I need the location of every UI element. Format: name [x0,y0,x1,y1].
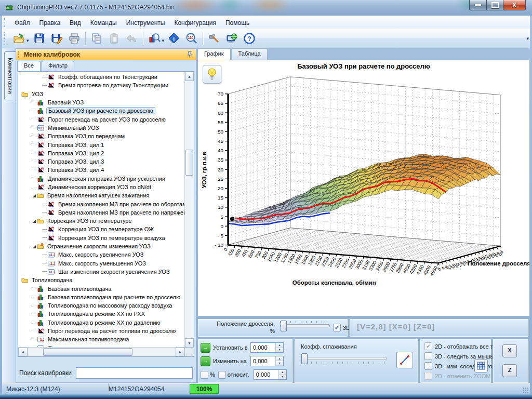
mode-checkbox[interactable]: ✔ [424,352,432,360]
tree-item[interactable]: Порог перехода на расчет УОЗ по дросселю [18,115,185,123]
slider-thumb[interactable] [301,353,308,364]
minimize-button[interactable] [469,0,487,10]
tree-vertical-scrollbar[interactable]: ▲ ▼ [184,72,194,348]
line-edit-button[interactable] [396,352,413,368]
toolbar-overflow-icon[interactable]: ▾ [526,36,529,41]
spin-down-icon[interactable]: ▼ [276,361,283,366]
scroll-right-icon[interactable]: ► [176,348,185,356]
tab-graph[interactable]: График [197,48,231,60]
tree-item[interactable]: =1.2Шаг изменения скорости увеличения УО… [18,268,185,276]
paste-button[interactable] [106,31,123,46]
close-button[interactable]: X [503,0,526,10]
view-charts-button[interactable] [146,31,163,46]
tree-item[interactable]: Топливоподача [18,276,185,284]
tree-item[interactable]: ◢Коррекция УОЗ по температуре [18,217,185,225]
tree-item[interactable]: Поправка УОЗ по передачам [18,132,185,140]
tree-item[interactable]: =1.2Минимальный УОЗ [18,124,185,132]
tree-item[interactable]: Топливоподача в режиме ХХ по РХХ [18,310,185,318]
info-button[interactable]: i [166,31,182,46]
tree-item[interactable]: Поправка УОЗ, цил.4 [18,166,185,174]
pin-icon[interactable] [187,51,193,58]
menu-item-2[interactable]: Правка [35,18,65,28]
tree-item[interactable]: =1.2Макс. скорость уменьшения УОЗ [18,259,185,268]
search-input[interactable] [76,367,193,379]
smoothing-slider[interactable] [301,356,387,364]
tree-item[interactable]: Топливоподача по массовому расходу возду… [18,301,185,310]
undo-button[interactable] [124,31,140,46]
scroll-left-icon[interactable]: ◄ [18,348,28,356]
apply-change-button[interactable]: → [201,356,210,366]
panel-grip[interactable] [18,51,22,58]
spin-up-icon[interactable]: ▲ [276,356,283,361]
tab-table[interactable]: Таблица [232,48,268,60]
hint-button[interactable] [203,65,221,84]
tree-item[interactable]: Динамическая коррекция УОЗ по dN/dt [18,183,185,191]
tab-filter[interactable]: Фильтр [42,61,74,71]
mode-checkbox-row[interactable]: ✔2D - отменить ZOOM [424,372,490,380]
comments-tab[interactable]: Комментарии [4,51,16,100]
menu-item-1[interactable]: Файл [10,18,35,28]
tree-item[interactable]: Коррекция УОЗ по температуре ОЖ [18,225,185,233]
menu-item-5[interactable]: Инструменты [122,18,170,28]
tree-item[interactable]: =1.2Макс. скорость увеличения УОЗ [18,250,185,259]
tree-expand-icon[interactable]: ◢ [32,219,37,223]
relative-value-spinner[interactable]: 0,000 ▲▼ [254,369,287,380]
checkbox-relative[interactable]: ✔ [218,371,226,379]
print-button[interactable] [66,31,83,46]
x-axis-button[interactable]: X [502,344,517,357]
tree-expand-icon[interactable]: ◢ [32,244,37,249]
mode-checkbox[interactable]: ✔ [424,372,432,380]
tree-item[interactable]: Время накопления МЗ при расчете по оборо… [18,200,185,208]
scroll-up-icon[interactable]: ▲ [185,72,194,81]
zoom-percent-button[interactable]: 110 [183,31,200,46]
tree-item[interactable]: Базовая топливоподача [18,284,185,292]
tree-item[interactable]: ◢Ограничение скорости изменения УОЗ [18,242,185,250]
menubar-grip[interactable] [4,18,8,28]
tree-item[interactable]: Базовая топливоподача при расчете по дро… [18,293,185,301]
tree-item[interactable]: Порог перехода на расчет топлива по дрос… [18,327,185,335]
mode-checkbox[interactable]: ✔ [424,362,432,370]
tree-item[interactable]: Топливоподача в режиме ХХ по давлению [18,318,185,327]
apply-set-button[interactable]: → [201,343,210,353]
throttle-slider[interactable] [280,321,330,327]
spin-down-icon[interactable]: ▼ [276,348,283,352]
tree-expand-icon[interactable]: ◢ [32,193,37,198]
menu-item-7[interactable]: Помощь [221,18,254,28]
tree-item[interactable]: Поправка УОЗ, цил.1 [18,140,185,149]
tree-item[interactable]: Поправка УОЗ, цил.2 [18,149,185,157]
tree-item[interactable]: Поправка УОЗ, цил.3 [18,157,185,166]
tree-item[interactable]: УОЗ [18,90,185,98]
tree-item[interactable]: Базовый УОЗ при расчете по дросселю [18,107,185,115]
scrollbar-thumb[interactable] [43,348,132,356]
mode-checkbox-row[interactable]: ✔3D - изм. соседние точки [424,362,501,370]
mode-checkbox[interactable]: ✔ [424,342,432,350]
z-axis-button[interactable]: Z [502,364,517,377]
spin-up-icon[interactable]: ▲ [279,370,286,375]
save-as-button[interactable] [48,31,65,46]
resize-grip[interactable] [523,387,529,393]
internet-button[interactable] [223,31,240,46]
surface-chart[interactable]: - 10- 5051015202530354045505560657001503… [198,60,529,316]
tree-item[interactable]: Коэфф. обогащения по Тконструкции [18,73,185,81]
tree-item[interactable]: Время накопления МЗ при расчете по напря… [18,208,185,217]
menu-item-3[interactable]: Вид [65,18,86,28]
checkbox-3d[interactable]: ✔ [333,324,341,331]
tree-item[interactable]: Динамическая поправка УОЗ при ускорении [18,175,185,183]
menu-item-6[interactable]: Конфигурация [169,18,221,28]
tree-item[interactable]: =1.2Максимальная топливоподача [18,335,185,343]
spin-up-icon[interactable]: ▲ [276,343,283,348]
tab-all[interactable]: Все [17,61,41,71]
maximize-button[interactable] [487,0,503,10]
menu-item-4[interactable]: Команды [86,18,122,28]
tree-item[interactable]: Время прогрева по датчику Тконструкции [18,81,185,89]
save-button[interactable] [31,31,47,46]
scrollbar-thumb[interactable] [185,150,193,176]
checkbox-percent[interactable]: ✔ [201,371,208,379]
tree-item[interactable]: ◢Время накопления катушек зажигания [18,191,185,200]
change-value-spinner[interactable]: 0,000 ▲▼ [250,356,284,366]
set-value-spinner[interactable]: 0,000 ▲▼ [250,342,284,353]
tree-item[interactable]: Коррекция УОЗ по температуре воздуха [18,234,185,242]
tree-item[interactable]: Базовый УОЗ [18,98,185,107]
spin-down-icon[interactable]: ▼ [279,375,286,379]
toolbar-grip[interactable] [4,32,8,46]
